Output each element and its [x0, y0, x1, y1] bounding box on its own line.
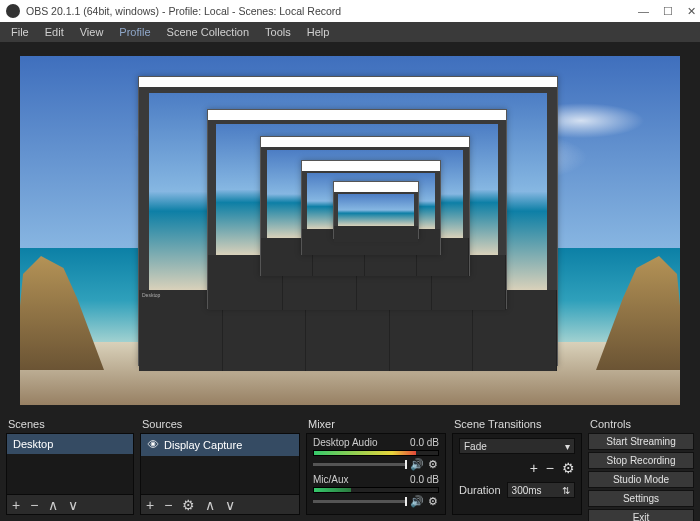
window-title: OBS 20.1.1 (64bit, windows) - Profile: L…	[26, 5, 341, 17]
menu-scene-collection[interactable]: Scene Collection	[160, 24, 257, 40]
source-item[interactable]: Display Capture	[141, 434, 299, 456]
mixer-panel: Mixer Desktop Audio 0.0 dB 🔊 ⚙ Mic/Aux 0…	[306, 415, 446, 521]
transitions-body: Fade ▾ + − ⚙ Duration 300ms ⇅	[452, 433, 582, 515]
sources-panel: Sources Display Capture + − ⚙ ∧ ∨	[140, 415, 300, 521]
channel-db: 0.0 dB	[410, 474, 439, 485]
scenes-toolbar: + − ∧ ∨	[6, 495, 134, 515]
transition-remove-button[interactable]: −	[546, 460, 554, 476]
stepper-icon[interactable]: ⇅	[562, 485, 570, 496]
volume-slider[interactable]	[313, 500, 407, 503]
menu-edit[interactable]: Edit	[38, 24, 71, 40]
source-add-button[interactable]: +	[141, 498, 159, 512]
transition-select[interactable]: Fade ▾	[459, 438, 575, 454]
visibility-icon[interactable]	[147, 438, 159, 452]
recursive-window-4	[301, 160, 441, 255]
svg-point-0	[152, 443, 155, 446]
speaker-icon[interactable]: 🔊	[411, 458, 423, 470]
source-down-button[interactable]: ∨	[220, 498, 240, 512]
source-item-label: Display Capture	[164, 439, 242, 451]
scene-remove-button[interactable]: −	[25, 498, 43, 512]
preview-canvas[interactable]: Desktop Display Capture	[20, 56, 680, 405]
chevron-down-icon: ▾	[565, 441, 570, 452]
scene-item[interactable]: Desktop	[7, 434, 133, 454]
controls-panel: Controls Start Streaming Stop Recording …	[588, 415, 694, 521]
scene-down-button[interactable]: ∨	[63, 498, 83, 512]
scenes-list[interactable]: Desktop	[6, 433, 134, 495]
transition-add-button[interactable]: +	[530, 460, 538, 476]
source-remove-button[interactable]: −	[159, 498, 177, 512]
menu-file[interactable]: File	[4, 24, 36, 40]
channel-meter	[313, 487, 439, 493]
close-button[interactable]: ✕	[687, 5, 696, 18]
speaker-icon[interactable]: 🔊	[411, 495, 423, 507]
volume-slider[interactable]	[313, 463, 407, 466]
controls-body: Start Streaming Stop Recording Studio Mo…	[588, 433, 694, 521]
recursive-window-2	[207, 109, 507, 309]
menu-bar: File Edit View Profile Scene Collection …	[0, 22, 700, 42]
channel-name: Desktop Audio	[313, 437, 378, 448]
exit-button[interactable]: Exit	[588, 509, 694, 521]
channel-settings-icon[interactable]: ⚙	[427, 458, 439, 470]
scene-add-button[interactable]: +	[7, 498, 25, 512]
scene-up-button[interactable]: ∧	[43, 498, 63, 512]
studio-mode-button[interactable]: Studio Mode	[588, 471, 694, 488]
window-controls: — ☐ ✕	[638, 0, 696, 22]
menu-view[interactable]: View	[73, 24, 111, 40]
menu-tools[interactable]: Tools	[258, 24, 298, 40]
docks: Scenes Desktop + − ∧ ∨ Sources Display C…	[0, 415, 700, 521]
channel-name: Mic/Aux	[313, 474, 349, 485]
scene-item-label: Desktop	[13, 438, 53, 450]
mixer-channel-mic: Mic/Aux 0.0 dB 🔊 ⚙	[307, 471, 445, 508]
scene-transitions-panel: Scene Transitions Fade ▾ + − ⚙ Duration …	[452, 415, 582, 521]
mixer-body: Desktop Audio 0.0 dB 🔊 ⚙ Mic/Aux 0.0 dB	[306, 433, 446, 515]
sources-title: Sources	[140, 415, 300, 433]
preview-area: Desktop Display Capture	[0, 42, 700, 415]
transition-settings-button[interactable]: ⚙	[562, 460, 575, 476]
sources-toolbar: + − ⚙ ∧ ∨	[140, 495, 300, 515]
stop-recording-button[interactable]: Stop Recording	[588, 452, 694, 469]
maximize-button[interactable]: ☐	[663, 5, 673, 18]
menu-help[interactable]: Help	[300, 24, 337, 40]
minimize-button[interactable]: —	[638, 5, 649, 17]
channel-settings-icon[interactable]: ⚙	[427, 495, 439, 507]
duration-label: Duration	[459, 484, 501, 496]
channel-meter	[313, 450, 439, 456]
scenes-panel: Scenes Desktop + − ∧ ∨	[6, 415, 134, 521]
menu-profile[interactable]: Profile	[112, 24, 157, 40]
settings-button[interactable]: Settings	[588, 490, 694, 507]
transitions-title: Scene Transitions	[452, 415, 582, 433]
recursive-window-3	[260, 136, 470, 276]
transition-selected: Fade	[464, 441, 487, 452]
source-settings-button[interactable]: ⚙	[177, 498, 200, 512]
scenes-title: Scenes	[6, 415, 134, 433]
mixer-title: Mixer	[306, 415, 446, 433]
app-logo-icon	[6, 4, 20, 18]
start-streaming-button[interactable]: Start Streaming	[588, 433, 694, 450]
controls-title: Controls	[588, 415, 694, 433]
source-up-button[interactable]: ∧	[200, 498, 220, 512]
recursive-window-5	[333, 181, 419, 239]
recursive-window-1: Desktop Display Capture	[138, 76, 558, 366]
duration-input[interactable]: 300ms ⇅	[507, 482, 575, 498]
duration-value: 300ms	[512, 485, 542, 496]
channel-db: 0.0 dB	[410, 437, 439, 448]
title-bar: OBS 20.1.1 (64bit, windows) - Profile: L…	[0, 0, 700, 22]
sources-list[interactable]: Display Capture	[140, 433, 300, 495]
mixer-channel-desktop: Desktop Audio 0.0 dB 🔊 ⚙	[307, 434, 445, 471]
